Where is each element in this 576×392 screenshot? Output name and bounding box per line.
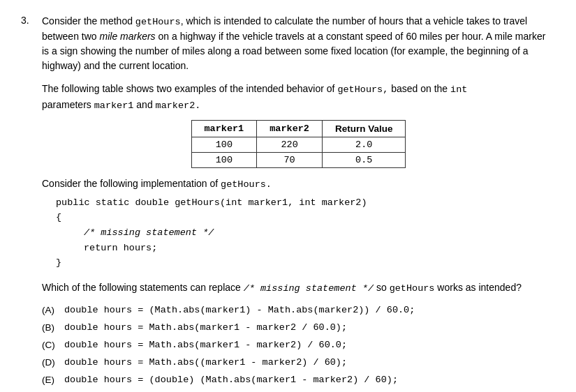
method-name-2: getHours,	[337, 84, 388, 95]
implementation-label: Consider the following implementation of…	[42, 178, 555, 190]
which-statement: Which of the following statements can re…	[42, 280, 555, 296]
table-row: 100 70 0.5	[191, 152, 406, 167]
code-block: public static double getHours(int marker…	[56, 195, 555, 271]
row2-marker1: 100	[191, 152, 257, 167]
method-name-3: getHours.	[221, 179, 272, 190]
paragraph1: Consider the method getHours, which is i…	[42, 14, 555, 73]
choice-e-label: (E)	[42, 372, 60, 389]
code-line-4: return hours;	[84, 241, 555, 256]
type-int: int	[450, 84, 467, 95]
table-description: The following table shows two examples o…	[42, 82, 555, 113]
choice-a-label: (A)	[42, 303, 60, 319]
choice-c-label: (C)	[42, 338, 60, 354]
code-line-1: public static double getHours(int marker…	[56, 195, 555, 211]
choice-a: (A) double hours = (Math.abs(marker1) - …	[42, 303, 555, 319]
row1-return: 2.0	[322, 137, 406, 152]
row1-marker2: 220	[257, 137, 323, 152]
choice-d: (D) double hours = Math.abs((marker1 - m…	[42, 355, 555, 371]
choice-e-code: double hours = (double) (Math.abs(marker…	[64, 372, 398, 389]
choice-d-code: double hours = Math.abs((marker1 - marke…	[64, 355, 347, 371]
question-container: 3. Consider the method getHours, which i…	[21, 14, 555, 390]
code-line-5: }	[56, 255, 555, 271]
missing-statement-ref: /* missing statement */	[244, 283, 374, 294]
row1-marker1: 100	[191, 137, 257, 152]
choice-d-label: (D)	[42, 355, 60, 371]
choice-c-code: double hours = Math.abs(marker1 - marker…	[64, 338, 347, 354]
choice-e: (E) double hours = (double) (Math.abs(ma…	[42, 372, 555, 389]
row2-return: 0.5	[322, 152, 406, 167]
choice-a-code: double hours = (Math.abs(marker1) - Math…	[64, 303, 415, 319]
col-marker2: marker2	[257, 120, 323, 137]
row2-marker2: 70	[257, 152, 323, 167]
code-line-3: /* missing statement */	[84, 225, 555, 241]
col-return-value: Return Value	[322, 120, 406, 137]
choice-b-label: (B)	[42, 320, 60, 336]
method-name-1: getHours	[135, 17, 181, 27]
table-row: 100 220 2.0	[191, 137, 406, 152]
question-number: 3.	[21, 14, 35, 390]
choice-c: (C) double hours = Math.abs(marker1 - ma…	[42, 338, 555, 354]
choice-b: (B) double hours = Math.abs(marker1 - ma…	[42, 320, 555, 336]
choice-b-code: double hours = Math.abs(marker1 - marker…	[64, 320, 347, 336]
method-name-4: getHours	[390, 283, 435, 294]
question-content: Consider the method getHours, which is i…	[42, 14, 555, 390]
code-line-2: {	[56, 210, 555, 225]
param-marker1: marker1	[94, 100, 134, 111]
param-marker2: marker2.	[156, 100, 201, 111]
examples-table: marker1 marker2 Return Value 100 220 2.0…	[191, 120, 406, 168]
col-marker1: marker1	[191, 120, 257, 137]
